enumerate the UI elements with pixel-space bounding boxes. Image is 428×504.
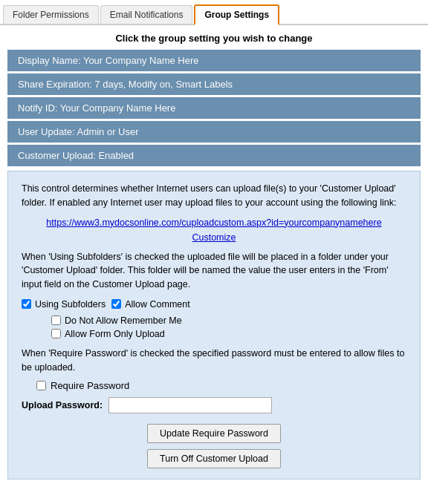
setting-row-share-expiration[interactable]: Share Expiration: 7 days, Modify on, Sma… xyxy=(7,73,421,95)
allow-comment-checkbox[interactable] xyxy=(111,299,121,309)
update-require-password-button[interactable]: Update Require Password xyxy=(147,424,281,443)
require-password-section: When 'Require Password' is checked the s… xyxy=(22,347,406,414)
upload-link[interactable]: https://www3.mydocsonline.com/cuploadcus… xyxy=(22,217,406,228)
require-password-checkbox[interactable] xyxy=(36,381,46,390)
using-subfolders-label[interactable]: Using Subfolders xyxy=(35,299,106,310)
tab-folder-permissions[interactable]: Folder Permissions xyxy=(3,5,99,24)
require-password-label[interactable]: Require Password xyxy=(51,380,129,391)
upload-password-row: Upload Password: xyxy=(22,397,406,413)
allow-form-only-label[interactable]: Allow Form Only Upload xyxy=(65,329,165,339)
setting-row-display-name[interactable]: Display Name: Your Company Name Here xyxy=(7,50,421,71)
allow-form-only-checkbox[interactable] xyxy=(51,329,61,338)
setting-row-customer-upload[interactable]: Customer Upload: Enabled xyxy=(7,145,421,166)
customize-link[interactable]: Customize xyxy=(22,232,406,243)
upload-password-input[interactable] xyxy=(108,397,272,413)
setting-row-notify-id[interactable]: Notify ID: Your Company Name Here xyxy=(7,97,421,119)
using-subfolders-checkbox[interactable] xyxy=(22,299,31,309)
checkbox-do-not-allow-row: Do Not Allow Remember Me xyxy=(51,315,406,326)
buttons-area: Update Require Password Turn Off Custome… xyxy=(22,424,406,468)
require-password-description: When 'Require Password' is checked the s… xyxy=(22,347,406,375)
checkbox-inline-row-1: Using Subfolders Allow Comment xyxy=(22,299,406,312)
checkbox-allow-form-only-row: Allow Form Only Upload xyxy=(51,329,406,339)
turn-off-customer-upload-button[interactable]: Turn Off Customer Upload xyxy=(147,449,281,468)
upload-password-label: Upload Password: xyxy=(22,400,103,410)
checkbox-allow-comment-row: Allow Comment xyxy=(111,299,190,310)
detail-panel: This control determines whether Internet… xyxy=(7,171,421,480)
checkbox-using-subfolders-row: Using Subfolders xyxy=(22,299,106,310)
detail-description: This control determines whether Internet… xyxy=(22,182,406,210)
tabs-bar: Folder Permissions Email Notifications G… xyxy=(0,0,428,25)
require-password-checkbox-row: Require Password xyxy=(36,380,406,391)
setting-row-user-update[interactable]: User Update: Admin or User xyxy=(7,121,421,143)
allow-comment-label[interactable]: Allow Comment xyxy=(125,299,190,310)
subfolders-description: When 'Using Subfolders' is checked the u… xyxy=(22,250,406,292)
tab-group-settings[interactable]: Group Settings xyxy=(194,4,279,25)
tab-email-notifications[interactable]: Email Notifications xyxy=(100,5,193,24)
main-content: Click the group setting you wish to chan… xyxy=(0,25,428,487)
do-not-allow-label[interactable]: Do Not Allow Remember Me xyxy=(65,315,182,326)
checkboxes-area: Using Subfolders Allow Comment Do Not Al… xyxy=(22,299,406,339)
click-instruction: Click the group setting you wish to chan… xyxy=(7,33,421,44)
do-not-allow-checkbox[interactable] xyxy=(51,315,61,325)
